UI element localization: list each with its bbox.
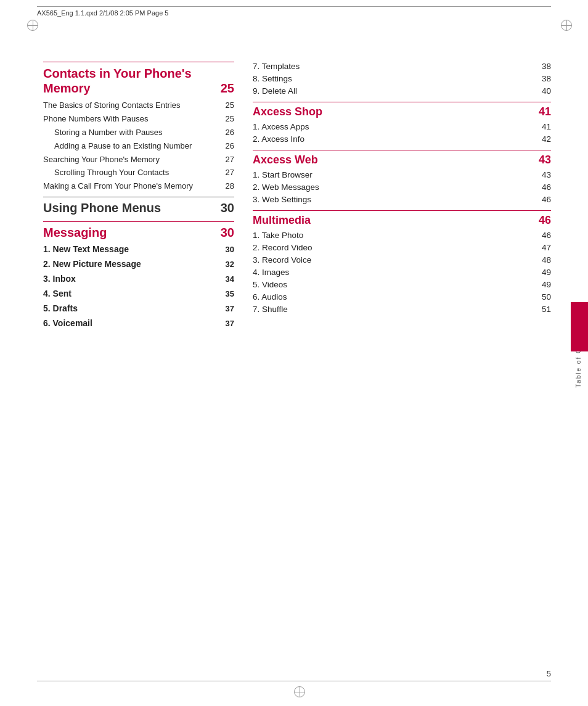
toc-entry-making-call: Making a Call From Your Phone's Memory 2…	[43, 181, 234, 192]
side-tab	[571, 302, 588, 351]
contacts-section-page: 25	[221, 81, 234, 96]
axcess-shop-label: Axcess Shop	[253, 105, 322, 118]
entry-text: Searching Your Phone's Memory	[43, 155, 226, 165]
entry-text: Storing a Number with Pauses	[54, 128, 226, 138]
toc-entry-take-photo: 1. Take Photo 46	[253, 231, 551, 240]
toc-entry-axcess-apps: 1. Axcess Apps 41	[253, 122, 551, 131]
axcess-web-row: Axcess Web 43	[253, 150, 551, 166]
entry-text: 6. Voicemail	[43, 318, 226, 329]
multimedia-page: 46	[539, 214, 551, 227]
entry-page: 30	[226, 245, 234, 255]
toc-entry-web-messages: 2. Web Messages 46	[253, 183, 551, 192]
toc-entry-inbox: 3. Inbox 34	[43, 273, 234, 285]
messaging-label: Messaging	[43, 226, 107, 240]
axcess-shop-entries: 1. Axcess Apps 41 2. Axcess Info 42	[253, 122, 551, 144]
content-area: Contacts in Your Phone's Memory 25 The B…	[43, 62, 551, 332]
using-phone-page: 30	[221, 201, 234, 215]
using-phone-label: Using Phone Menus	[43, 201, 161, 215]
entry-page: 25	[226, 114, 234, 125]
toc-entry-new-picture: 2. New Picture Message 32	[43, 258, 234, 270]
entry-page: 26	[226, 141, 234, 152]
toc-entry-images: 4. Images 49	[253, 268, 551, 277]
messaging-section-row: Messaging 30	[43, 221, 234, 240]
toc-entry-basics: The Basics of Storing Contacts Entries 2…	[43, 101, 234, 111]
entry-page: 37	[226, 304, 234, 314]
entry-text: 5. Drafts	[43, 303, 226, 314]
entry-text: Making a Call From Your Phone's Memory	[43, 181, 226, 192]
entry-page: 25	[226, 101, 234, 111]
axcess-shop-page: 41	[539, 105, 551, 118]
entry-page: 27	[226, 155, 234, 165]
toc-entry-settings: 8. Settings 38	[253, 74, 551, 83]
multimedia-label: Multimedia	[253, 214, 311, 227]
toc-entry-voicemail: 6. Voicemail 37	[43, 318, 234, 329]
side-label-wrapper: Table of Contents	[570, 136, 587, 570]
messaging-page: 30	[221, 226, 234, 240]
toc-entry-shuffle: 7. Shuffle 51	[253, 305, 551, 314]
contacts-entries: The Basics of Storing Contacts Entries 2…	[43, 101, 234, 192]
using-phone-menus-row: Using Phone Menus 30	[43, 197, 234, 215]
entry-text: The Basics of Storing Contacts Entries	[43, 101, 226, 111]
contacts-section-header-row: Contacts in Your Phone's Memory 25	[43, 62, 234, 96]
page-container: AX565_Eng 1.1.qxd 2/1/08 2:05 PM Page 5 …	[0, 0, 588, 706]
toc-entry-record-voice: 3. Record Voice 48	[253, 255, 551, 265]
toc-entry-audios: 6. Audios 50	[253, 292, 551, 302]
toc-entry-phone-pauses: Phone Numbers With Pauses 25	[43, 114, 234, 125]
entry-text: 1. New Text Message	[43, 244, 226, 255]
toc-entry-axcess-info: 2. Axcess Info 42	[253, 134, 551, 144]
header-bar: AX565_Eng 1.1.qxd 2/1/08 2:05 PM Page 5	[37, 6, 551, 17]
toc-entry-web-settings: 3. Web Settings 46	[253, 195, 551, 204]
footer-bar: 5	[37, 669, 551, 681]
entry-page: 28	[226, 181, 234, 192]
entry-page: 34	[226, 274, 234, 285]
axcess-web-label: Axcess Web	[253, 154, 318, 166]
page-number: 5	[547, 669, 551, 678]
toc-entry-storing-pause: Storing a Number with Pauses 26	[43, 128, 234, 138]
toc-entry-drafts: 5. Drafts 37	[43, 303, 234, 314]
entry-page: 26	[226, 128, 234, 138]
plain-entries: 7. Templates 38 8. Settings 38 9. Delete…	[253, 62, 551, 96]
entry-text: 3. Inbox	[43, 273, 226, 284]
right-column: 7. Templates 38 8. Settings 38 9. Delete…	[253, 62, 551, 332]
axcess-web-page: 43	[539, 154, 551, 166]
entry-page: 32	[226, 260, 234, 270]
multimedia-entries: 1. Take Photo 46 2. Record Video 47 3. R…	[253, 231, 551, 314]
multimedia-row: Multimedia 46	[253, 210, 551, 227]
entry-text: Scrolling Through Your Contacts	[54, 168, 226, 178]
axcess-shop-row: Axcess Shop 41	[253, 102, 551, 118]
toc-entry-scrolling: Scrolling Through Your Contacts 27	[43, 168, 234, 178]
header-text: AX565_Eng 1.1.qxd 2/1/08 2:05 PM Page 5	[37, 9, 168, 17]
entry-text: 2. New Picture Message	[43, 258, 226, 269]
contacts-section-title: Contacts in Your Phone's Memory	[43, 66, 221, 96]
entry-page: 37	[226, 319, 234, 329]
toc-entry-delete-all: 9. Delete All 40	[253, 86, 551, 96]
entry-page: 27	[226, 168, 234, 178]
messaging-entries: 1. New Text Message 30 2. New Picture Me…	[43, 244, 234, 329]
toc-entry-templates: 7. Templates 38	[253, 62, 551, 71]
toc-entry-new-text: 1. New Text Message 30	[43, 244, 234, 255]
entry-text: Phone Numbers With Pauses	[43, 114, 226, 125]
left-column: Contacts in Your Phone's Memory 25 The B…	[43, 62, 234, 332]
entry-text: Adding a Pause to an Existing Number	[54, 141, 226, 152]
toc-entry-record-video: 2. Record Video 47	[253, 243, 551, 252]
entry-page: 35	[226, 289, 234, 300]
axcess-web-entries: 1. Start Browser 43 2. Web Messages 46 3…	[253, 170, 551, 204]
toc-entry-start-browser: 1. Start Browser 43	[253, 170, 551, 179]
toc-entry-sent: 4. Sent 35	[43, 288, 234, 300]
toc-entry-adding-pause: Adding a Pause to an Existing Number 26	[43, 141, 234, 152]
toc-entry-videos: 5. Videos 49	[253, 280, 551, 289]
entry-text: 4. Sent	[43, 288, 226, 299]
toc-entry-searching: Searching Your Phone's Memory 27	[43, 155, 234, 165]
